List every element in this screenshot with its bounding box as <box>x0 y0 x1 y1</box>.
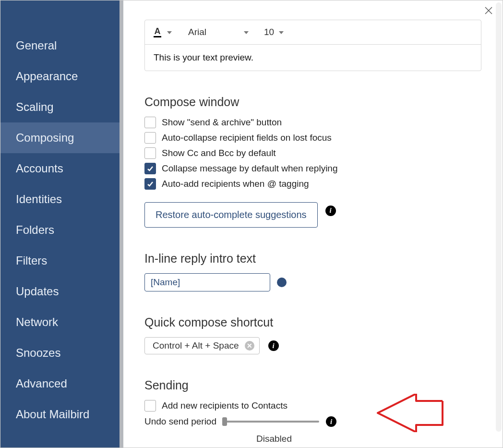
sidebar-item-about[interactable]: About Mailbird <box>0 399 120 430</box>
sidebar-item-filters[interactable]: Filters <box>0 245 120 276</box>
settings-panel: A Arial 10 This is your text preview. Co… <box>123 0 503 448</box>
sidebar-item-identities[interactable]: Identities <box>0 184 120 215</box>
sidebar-item-advanced[interactable]: Advanced <box>0 368 120 399</box>
sidebar-item-folders[interactable]: Folders <box>0 215 120 245</box>
font-size-select[interactable]: 10 <box>264 27 274 37</box>
option-show-cc-bcc[interactable]: Show Cc and Bcc by default <box>144 147 481 159</box>
restore-autocomplete-button[interactable]: Restore auto-complete suggestions <box>144 202 318 228</box>
compose-window-heading: Compose window <box>144 95 481 109</box>
option-label: Auto-add recipients when @ tagging <box>162 179 309 189</box>
checkbox[interactable] <box>144 163 156 174</box>
font-family-dropdown-icon[interactable] <box>244 31 249 34</box>
font-preview-box: A Arial 10 This is your text preview. <box>144 20 481 71</box>
undo-send-slider[interactable] <box>223 421 319 423</box>
close-button[interactable] <box>484 6 493 17</box>
option-label: Show "send & archive" button <box>162 117 282 128</box>
info-icon[interactable]: i <box>268 340 279 351</box>
quick-compose-shortcut-field[interactable]: Control + Alt + Space ✕ <box>144 337 260 354</box>
checkbox[interactable] <box>144 178 156 190</box>
quick-compose-heading: Quick compose shortcut <box>144 315 481 329</box>
option-label: Show Cc and Bcc by default <box>162 148 276 158</box>
info-icon[interactable]: i <box>325 206 336 216</box>
option-label: Auto-collapse recipient fields on lost f… <box>162 133 332 143</box>
checkbox[interactable] <box>144 132 156 144</box>
font-family-select[interactable]: Arial <box>188 27 206 37</box>
clear-shortcut-icon[interactable]: ✕ <box>245 341 254 351</box>
sending-heading: Sending <box>144 378 481 392</box>
font-preview-text: This is your text preview. <box>145 45 481 71</box>
checkbox[interactable] <box>144 117 156 128</box>
option-auto-collapse[interactable]: Auto-collapse recipient fields on lost f… <box>144 132 481 144</box>
inline-reply-color-dot[interactable] <box>277 278 287 287</box>
option-label: Add new recipients to Contacts <box>162 400 287 411</box>
option-add-contacts[interactable]: Add new recipients to Contacts <box>144 400 481 412</box>
sidebar-item-accounts[interactable]: Accounts <box>0 153 120 184</box>
scrollbar[interactable] <box>496 2 502 432</box>
sidebar-item-snoozes[interactable]: Snoozes <box>0 338 120 368</box>
info-icon[interactable]: i <box>326 416 336 427</box>
inline-reply-input[interactable] <box>144 273 270 291</box>
checkbox[interactable] <box>144 147 156 159</box>
settings-sidebar: General Appearance Scaling Composing Acc… <box>0 0 120 448</box>
text-color-dropdown[interactable] <box>167 31 172 34</box>
font-size-dropdown-icon[interactable] <box>279 31 284 34</box>
undo-send-label: Undo send period <box>144 416 216 427</box>
font-toolbar: A Arial 10 <box>145 20 481 45</box>
sidebar-item-network[interactable]: Network <box>0 307 120 338</box>
undo-send-status: Disabled <box>226 434 322 444</box>
sidebar-item-general[interactable]: General <box>0 30 120 61</box>
sidebar-divider <box>120 0 123 448</box>
option-send-archive[interactable]: Show "send & archive" button <box>144 117 481 128</box>
checkbox[interactable] <box>144 400 156 412</box>
option-auto-add-recipients[interactable]: Auto-add recipients when @ tagging <box>144 178 481 190</box>
option-collapse-reply[interactable]: Collapse message by default when replyin… <box>144 163 481 174</box>
option-label: Collapse message by default when replyin… <box>162 163 338 174</box>
sidebar-item-appearance[interactable]: Appearance <box>0 61 120 92</box>
inline-reply-heading: In-line reply intro text <box>144 252 481 266</box>
slider-thumb[interactable] <box>222 417 227 426</box>
sidebar-item-scaling[interactable]: Scaling <box>0 92 120 122</box>
sidebar-item-composing[interactable]: Composing <box>0 122 120 153</box>
sidebar-item-updates[interactable]: Updates <box>0 276 120 307</box>
text-color-icon[interactable]: A <box>154 27 161 37</box>
shortcut-value: Control + Alt + Space <box>153 340 239 351</box>
